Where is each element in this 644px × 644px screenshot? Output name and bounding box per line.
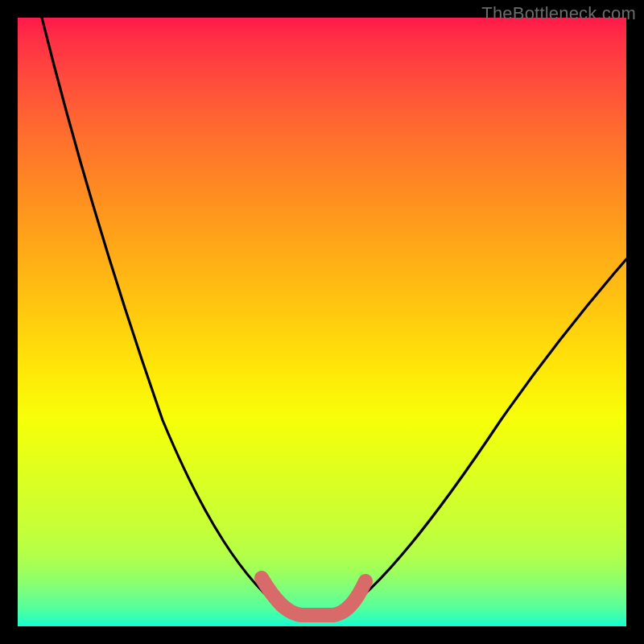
right-curve (340, 259, 626, 613)
valley-highlight (262, 578, 365, 615)
chart-svg (18, 18, 626, 626)
plot-area (18, 18, 626, 626)
left-curve (42, 18, 287, 613)
watermark-text: TheBottleneck.com (481, 3, 636, 24)
curve-group (42, 18, 626, 615)
chart-container: TheBottleneck.com (0, 0, 644, 644)
